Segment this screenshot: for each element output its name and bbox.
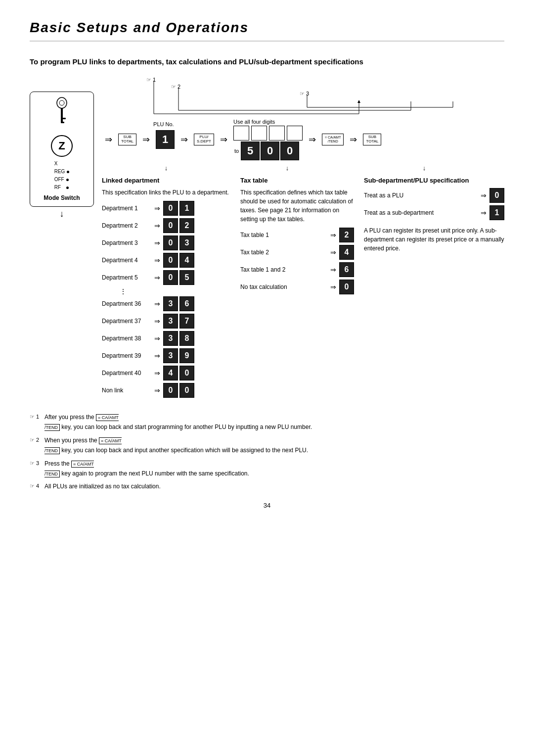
- dept-row-5: Department 5 ⇒ 0 5: [102, 270, 230, 285]
- dept-39-num3: 3: [163, 348, 178, 363]
- tax-table-col: Tax table This specification defines whi…: [240, 177, 354, 297]
- arrow4: ⇒: [220, 134, 227, 145]
- dept-5-num0: 0: [163, 270, 178, 285]
- tax-row-1: Tax table 1 ⇒ 2: [240, 228, 354, 242]
- dept-1-num1: 1: [179, 201, 194, 216]
- tax-2-num: 4: [339, 245, 354, 260]
- dept-3-label: Department 3: [102, 239, 151, 246]
- mode-switch-area: Z X REG OFF RF Mode Switch ↓: [30, 77, 94, 219]
- fn-2-text: When you press the = CA/AMT/TEND key, yo…: [44, 435, 308, 456]
- digit-box-4: [287, 126, 303, 141]
- key-icon: [52, 97, 71, 132]
- dept-3-num3: 3: [179, 236, 194, 250]
- section-title: To program PLU links to departments, tax…: [30, 56, 504, 67]
- arrow6: ⇒: [350, 134, 357, 145]
- dept-40-arrow: ⇒: [154, 369, 160, 377]
- dept-2-nums: 0 2: [163, 218, 194, 233]
- dept-4-arrow: ⇒: [154, 256, 160, 264]
- digit-box-2: [251, 126, 267, 141]
- tax-1and2-num: 6: [339, 262, 354, 277]
- tax-1-arrow: ⇒: [330, 231, 336, 239]
- down-arrow-mid-col: ↓: [230, 164, 344, 172]
- dept-39-nums: 3 9: [163, 348, 194, 363]
- sub-dept-header: Sub-department/PLU specification: [364, 177, 504, 184]
- dept-4-nums: 0 4: [163, 253, 194, 268]
- down-arrow-right-col: ↓: [344, 164, 504, 172]
- sub-total-key-2: SUB TOTAL: [363, 134, 381, 145]
- num-5: 5: [241, 142, 260, 160]
- dept-40-label: Department 40: [102, 370, 151, 377]
- dept-36-nums: 3 6: [163, 296, 194, 311]
- ca-label-bot: /TEND: [328, 140, 338, 143]
- dept-37-num3: 3: [163, 314, 178, 329]
- dept-37-num7: 7: [179, 314, 194, 329]
- main-flow-row: ⇒ SUB TOTAL ⇒ PLU No. 1 ⇒: [102, 119, 504, 160]
- dept-37-label: Department 37: [102, 318, 151, 325]
- svg-point-0: [57, 97, 67, 108]
- arrow5: ⇒: [309, 134, 316, 145]
- tax-table-description: This specification defines which tax tab…: [240, 188, 354, 224]
- fn-ref-1: ☞ 1: [30, 412, 41, 432]
- dept-36-num6: 6: [179, 296, 194, 311]
- num-0b: 0: [280, 142, 299, 160]
- num-0a: 0: [261, 142, 279, 160]
- svg-rect-3: [61, 118, 66, 119]
- dept-3-nums: 0 3: [163, 236, 194, 250]
- mode-switch-label: Mode Switch: [44, 194, 80, 201]
- nonlink-arrow: ⇒: [154, 386, 160, 394]
- dept-row-36: Department 36 ⇒ 3 6: [102, 296, 230, 311]
- mode-labels: X REG OFF RF: [54, 160, 70, 191]
- page-title: Basic Setups and Operations: [30, 20, 504, 42]
- down-arrows-row: ↓ ↓ ↓: [102, 164, 504, 172]
- tax-row-1and2: Tax table 1 and 2 ⇒ 6: [240, 262, 354, 277]
- plu-label: PLU No.: [153, 121, 174, 127]
- footnotes-area: ☞ 1 After you press the = CA/AMT/TEND ke…: [30, 412, 504, 492]
- nonlink-num0b: 0: [179, 383, 194, 398]
- dept-5-nums: 0 5: [163, 270, 194, 285]
- arrow1: ⇒: [105, 134, 112, 145]
- nonlink-nums: 0 0: [163, 383, 194, 398]
- tax-1-label: Tax table 1: [240, 232, 327, 238]
- sub-total-key-1: SUB TOTAL: [118, 134, 136, 145]
- dept-2-label: Department 2: [102, 222, 151, 229]
- subdept-row-plu: Treat as a PLU ⇒ 0: [364, 188, 504, 203]
- tax-1and2-label: Tax table 1 and 2: [240, 266, 327, 273]
- ca-amt-key-1: = CA/AMT /TEND: [322, 134, 344, 145]
- to-label: to: [234, 148, 239, 154]
- linked-dept-description: This specification links the PLU to a de…: [102, 188, 230, 197]
- linked-dept-col: Linked department This specification lin…: [102, 177, 230, 400]
- use-all-four-label: Use all four digits: [233, 119, 275, 125]
- dept-5-num5: 5: [179, 270, 194, 285]
- dept-36-label: Department 36: [102, 300, 151, 307]
- svg-rect-2: [61, 108, 63, 123]
- treat-plu-label: Treat as a PLU: [364, 192, 478, 199]
- ref-lines-area: ☞ 1 ☞ 2 ☞ 3: [146, 77, 504, 119]
- footnote-2: ☞ 2 When you press the = CA/AMT/TEND key…: [30, 435, 504, 456]
- dept-row-39: Department 39 ⇒ 3 9: [102, 348, 230, 363]
- down-arrow-left-col: ↓: [102, 164, 230, 172]
- svg-rect-4: [61, 122, 64, 123]
- ref-svg: [146, 77, 468, 119]
- dept-row-38: Department 38 ⇒ 3 8: [102, 331, 230, 346]
- dept-38-num3: 3: [163, 331, 178, 346]
- sub-dept-col: Sub-department/PLU specification Treat a…: [364, 177, 504, 257]
- dept-37-nums: 3 7: [163, 314, 194, 329]
- dept-36-arrow: ⇒: [154, 300, 160, 308]
- dept-row-3: Department 3 ⇒ 0 3: [102, 236, 230, 250]
- footnote-1: ☞ 1 After you press the = CA/AMT/TEND ke…: [30, 412, 504, 432]
- dept-40-num0: 0: [179, 366, 194, 380]
- dept-3-arrow: ⇒: [154, 239, 160, 247]
- flow-diagram-area: ☞ 1 ☞ 2 ☞ 3: [102, 77, 504, 400]
- dept-39-label: Department 39: [102, 352, 151, 359]
- footnote-3: ☞ 3 Press the = CA/AMT/TEND key again to…: [30, 459, 504, 479]
- footnote-4: ☞ 4 All PLUs are initialized as no tax c…: [30, 481, 504, 491]
- tax-row-notax: No tax calculation ⇒ 0: [240, 280, 354, 294]
- digit-box-1: [233, 126, 249, 141]
- notax-num: 0: [339, 280, 354, 294]
- fn-3-text: Press the = CA/AMT/TEND key again to pro…: [44, 459, 249, 479]
- digit-group: Use all four digits to 5 0 0: [233, 119, 303, 160]
- dept-1-num0: 0: [163, 201, 178, 216]
- notax-arrow: ⇒: [330, 283, 336, 291]
- arrow2: ⇒: [142, 134, 150, 145]
- tax-1-num: 2: [339, 228, 354, 242]
